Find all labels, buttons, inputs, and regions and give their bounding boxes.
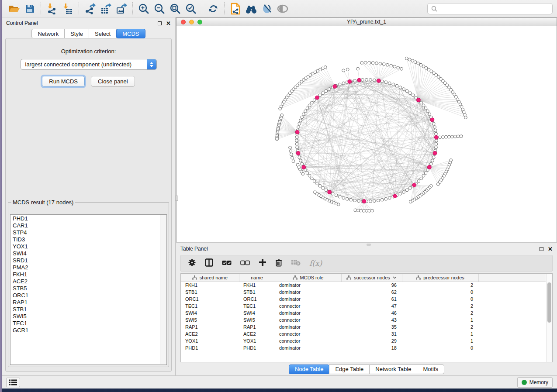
graph-node[interactable] xyxy=(399,86,402,89)
graph-leaf-node[interactable] xyxy=(417,62,420,65)
table-row[interactable]: STB1STB1dominator620 xyxy=(181,289,546,296)
graph-leaf-node[interactable] xyxy=(371,62,374,65)
graph-node[interactable] xyxy=(296,146,299,149)
graph-hub-node[interactable] xyxy=(296,151,300,155)
table-cell[interactable]: 18 xyxy=(341,344,402,351)
graph-node[interactable] xyxy=(311,177,314,180)
table-cell[interactable]: PHD1 xyxy=(239,344,275,351)
mcds-result-item[interactable]: STB1 xyxy=(13,306,166,313)
zoom-selected-button[interactable] xyxy=(183,2,199,16)
graph-leaf-node[interactable] xyxy=(411,59,414,62)
graph-leaf-node[interactable] xyxy=(386,63,389,66)
graph-node[interactable] xyxy=(428,113,431,116)
graph-leaf-node[interactable] xyxy=(371,209,374,212)
graph-node[interactable] xyxy=(392,83,395,86)
destroy-table-button[interactable] xyxy=(291,259,301,268)
column-header-name[interactable]: name xyxy=(239,274,275,282)
table-cell[interactable]: ACE2 xyxy=(239,330,275,337)
export-image-button[interactable] xyxy=(114,2,129,16)
graph-leaf-node[interactable] xyxy=(314,191,317,194)
table-cell[interactable]: dominator xyxy=(275,282,341,289)
graph-hub-node[interactable] xyxy=(430,118,434,122)
graph-node[interactable] xyxy=(408,186,412,189)
table-cell[interactable]: dominator xyxy=(275,344,341,351)
table-cell[interactable]: YOX1 xyxy=(239,337,275,344)
graph-node[interactable] xyxy=(322,92,325,95)
table-panel-drag-handle[interactable] xyxy=(367,244,371,246)
mcds-result-item[interactable]: YOX1 xyxy=(13,243,166,250)
graph-leaf-node[interactable] xyxy=(397,66,400,69)
table-row[interactable]: PHD1PHD1dominator180 xyxy=(181,344,546,351)
graph-node[interactable] xyxy=(318,184,322,187)
graph-node[interactable] xyxy=(384,81,387,84)
graph-hub-node[interactable] xyxy=(315,96,319,100)
graph-node[interactable] xyxy=(424,107,427,110)
graph-node[interactable] xyxy=(308,174,311,177)
graph-node[interactable] xyxy=(433,126,436,129)
graph-node[interactable] xyxy=(432,122,435,125)
table-row[interactable]: FKH1FKH1dominator962 xyxy=(181,282,546,289)
graph-leaf-node[interactable] xyxy=(414,61,417,64)
column-header-predecessor-nodes[interactable]: predecessor nodes xyxy=(402,274,478,282)
graph-leaf-node[interactable] xyxy=(453,135,457,138)
table-cell[interactable]: 2 xyxy=(402,309,478,316)
table-cell[interactable]: 43 xyxy=(341,316,402,323)
graph-node[interactable] xyxy=(435,142,438,145)
graph-hub-node[interactable] xyxy=(302,165,306,169)
graph-node[interactable] xyxy=(402,88,405,91)
tab-select[interactable]: Select xyxy=(89,29,117,38)
graph-node[interactable] xyxy=(318,94,322,97)
task-history-button[interactable] xyxy=(6,378,20,387)
table-scrollbar[interactable] xyxy=(546,274,552,362)
table-cell[interactable]: 1 xyxy=(402,316,478,323)
zoom-in-button[interactable] xyxy=(136,2,152,16)
tab-node-table[interactable]: Node Table xyxy=(289,364,330,374)
graph-node[interactable] xyxy=(381,198,384,201)
graph-node[interactable] xyxy=(369,200,372,203)
tab-edge-table[interactable]: Edge Table xyxy=(329,364,370,374)
table-cell[interactable]: connector xyxy=(275,303,341,309)
table-cell[interactable]: 1 xyxy=(402,330,478,337)
graph-node[interactable] xyxy=(395,84,398,87)
mcds-result-item[interactable]: TEC1 xyxy=(13,320,166,327)
graph-node[interactable] xyxy=(399,192,402,195)
graph-hub-node[interactable] xyxy=(295,130,299,134)
graph-node[interactable] xyxy=(420,101,423,104)
graph-hub-node[interactable] xyxy=(412,183,416,187)
graph-node[interactable] xyxy=(431,159,434,162)
graph-hub-node[interactable] xyxy=(434,135,438,139)
export-table-button[interactable] xyxy=(98,2,114,16)
graph-node[interactable] xyxy=(426,110,429,113)
graph-leaf-node[interactable] xyxy=(393,65,396,68)
tab-mcds[interactable]: MCDS xyxy=(116,29,145,38)
graph-node[interactable] xyxy=(388,196,391,199)
tab-network[interactable]: Network xyxy=(31,29,65,38)
graph-node[interactable] xyxy=(357,199,360,203)
graph-node[interactable] xyxy=(298,122,301,125)
graph-leaf-node[interactable] xyxy=(441,136,444,139)
table-cell[interactable]: 96 xyxy=(341,282,402,289)
search-input[interactable] xyxy=(440,5,549,12)
criterion-dropdown[interactable]: largest connected component (undirected) xyxy=(21,59,157,70)
graph-node[interactable] xyxy=(429,162,432,165)
table-cell[interactable]: 31 xyxy=(341,330,402,337)
graph-hub-node[interactable] xyxy=(348,80,352,84)
table-cell[interactable]: connector xyxy=(275,316,341,323)
table-cell[interactable]: ORC1 xyxy=(239,296,275,303)
graph-leaf-node[interactable] xyxy=(289,146,292,149)
graph-node[interactable] xyxy=(308,104,311,107)
graph-hub-node[interactable] xyxy=(362,199,366,203)
graph-node[interactable] xyxy=(346,197,349,200)
graph-node[interactable] xyxy=(435,132,438,135)
table-cell[interactable]: PHD1 xyxy=(181,344,239,351)
graph-node[interactable] xyxy=(422,104,425,107)
graph-node[interactable] xyxy=(405,189,408,192)
table-cell[interactable]: 46 xyxy=(341,309,402,316)
show-hide-graphics-details-button[interactable] xyxy=(259,2,275,16)
table-row[interactable]: SWI4SWI4dominator462 xyxy=(181,309,546,316)
graph-leaf-node[interactable] xyxy=(375,62,378,65)
graph-leaf-node[interactable] xyxy=(436,182,439,186)
table-cell[interactable]: TEC1 xyxy=(239,303,275,309)
column-header-MCDS-role[interactable]: MCDS role xyxy=(275,274,341,282)
graph-node[interactable] xyxy=(412,94,415,97)
